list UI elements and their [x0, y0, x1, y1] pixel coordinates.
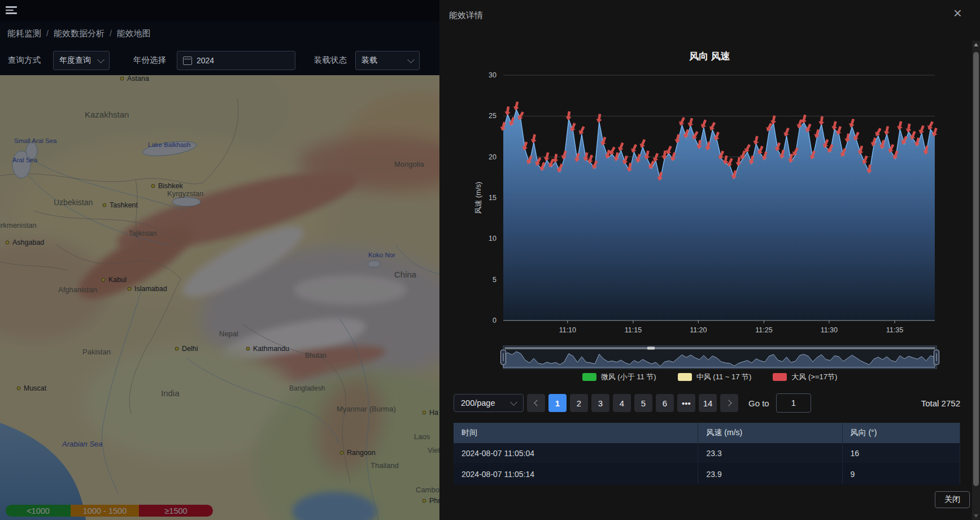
x-tick-label: 11:20 — [690, 326, 707, 334]
scroll-up-icon[interactable] — [974, 43, 978, 46]
breadcrumb-item[interactable]: 能耗监测 — [7, 28, 41, 39]
legend-label: 大风 (>=17节) — [791, 372, 837, 382]
chart-legend-item[interactable]: 微风 (小于 11 节) — [582, 372, 656, 382]
left-region: 能耗监测/能效数据分析/能效地图 查询方式 年度查询 年份选择 2024 装载状… — [0, 0, 439, 520]
year-value: 2024 — [197, 56, 214, 65]
chart-legend-item[interactable]: 大风 (>=17节) — [773, 372, 837, 382]
chart-legend-item[interactable]: 中风 (11 ~ 17 节) — [678, 372, 752, 382]
page-button[interactable]: 3 — [591, 394, 609, 412]
total-count: Total 2752 — [921, 398, 960, 408]
page-size-select[interactable]: 200/page — [454, 394, 524, 412]
breadcrumb: 能耗监测/能效数据分析/能效地图 — [0, 21, 439, 45]
breadcrumb-separator: / — [46, 29, 49, 38]
table-cell: 16 — [842, 443, 960, 464]
panel-title: 能效详情 — [449, 10, 483, 21]
pagination: 200/page 123456•••14 Go to Total 2752 — [439, 393, 980, 413]
table-row: 2024-08-07 11:05:0423.316 — [454, 443, 960, 464]
scrollbar-thumb[interactable] — [973, 52, 979, 486]
legend-swatch — [678, 373, 692, 381]
wind-direction-arrow — [831, 121, 839, 131]
query-mode-label: 查询方式 — [8, 55, 41, 66]
data-table: 时间风速 (m/s)风向 (°) 2024-08-07 11:05:0423.3… — [454, 423, 960, 485]
page-button[interactable]: 2 — [570, 394, 588, 412]
y-tick-label: 20 — [489, 153, 496, 161]
x-tick-label: 11:30 — [821, 326, 838, 334]
calendar-icon — [183, 57, 192, 65]
page-size-value: 200/page — [461, 398, 495, 408]
datazoom-rail[interactable] — [504, 347, 935, 349]
table-cell: 9 — [842, 464, 960, 485]
wind-chart[interactable]: 051015202530风速 (m/s)11:1011:1511:2011:25… — [439, 45, 980, 384]
modal-backdrop — [0, 75, 439, 520]
table-row: 2024-08-07 11:05:1423.99 — [454, 464, 960, 485]
goto-label: Go to — [748, 398, 769, 408]
year-date-input[interactable]: 2024 — [177, 51, 295, 70]
y-axis-name: 风速 (m/s) — [474, 182, 482, 214]
legend-swatch — [773, 373, 787, 381]
legend-label: 微风 (小于 11 节) — [601, 372, 656, 382]
wind-direction-arrow — [530, 134, 537, 144]
query-mode-select[interactable]: 年度查询 — [53, 51, 110, 70]
wind-direction-arrow — [595, 114, 603, 123]
scrollbar[interactable] — [972, 41, 980, 520]
query-mode-value: 年度查询 — [59, 55, 91, 66]
table-header-cell: 风向 (°) — [842, 423, 960, 443]
legend-swatch — [582, 373, 596, 381]
y-tick-label: 10 — [489, 235, 496, 242]
load-state-select[interactable]: 装载 — [355, 51, 420, 70]
filter-bar: 查询方式 年度查询 年份选择 2024 装载状态 装载 — [0, 45, 439, 75]
screen: 能耗监测/能效数据分析/能效地图 查询方式 年度查询 年份选择 2024 装载状… — [0, 0, 980, 520]
wind-direction-arrow — [905, 123, 912, 133]
wind-direction-arrow — [883, 125, 890, 136]
load-state-value: 装载 — [361, 55, 377, 66]
breadcrumb-item: 能效地图 — [117, 28, 151, 39]
page-ellipsis[interactable]: ••• — [677, 394, 695, 412]
y-tick-label: 0 — [493, 317, 496, 324]
goto-page-input[interactable] — [776, 393, 811, 413]
y-tick-label: 30 — [489, 71, 496, 79]
page-button[interactable]: 6 — [656, 394, 674, 412]
chevron-down-icon — [97, 56, 104, 63]
y-tick-label: 15 — [489, 194, 496, 202]
x-tick-label: 11:15 — [625, 326, 642, 334]
x-tick-label: 11:35 — [886, 326, 903, 334]
scroll-down-icon[interactable] — [974, 514, 978, 518]
y-tick-label: 5 — [493, 276, 496, 284]
wind-direction-arrow — [818, 116, 825, 125]
area-fill — [503, 110, 935, 320]
wind-direction-arrow — [504, 106, 511, 116]
app-topbar — [0, 0, 439, 21]
wind-direction-arrow — [752, 136, 760, 146]
chart-legend: 微风 (小于 11 节)中风 (11 ~ 17 节)大风 (>=17节) — [439, 372, 980, 382]
table-cell: 23.3 — [698, 443, 842, 464]
x-tick-label: 11:25 — [755, 326, 772, 334]
table-header-cell: 时间 — [454, 423, 698, 443]
table-cell: 2024-08-07 11:05:04 — [454, 443, 698, 464]
y-tick-label: 25 — [489, 112, 496, 120]
page-button[interactable]: 1 — [548, 394, 567, 412]
breadcrumb-item[interactable]: 能效数据分析 — [54, 28, 104, 39]
year-select-label: 年份选择 — [133, 55, 166, 66]
table-cell: 23.9 — [698, 464, 842, 485]
menu-icon[interactable] — [6, 6, 17, 15]
chevron-down-icon — [510, 398, 517, 406]
page-button[interactable]: 4 — [613, 394, 631, 412]
table-header-cell: 风速 (m/s) — [698, 423, 842, 443]
table-cell: 2024-08-07 11:05:14 — [454, 464, 698, 485]
close-icon[interactable]: × — [953, 6, 962, 20]
x-tick-label: 11:10 — [559, 326, 576, 334]
legend-label: 中风 (11 ~ 17 节) — [696, 372, 752, 382]
prev-page-button[interactable] — [527, 394, 545, 412]
chevron-down-icon — [407, 56, 415, 63]
breadcrumb-separator: / — [110, 29, 112, 38]
detail-panel: 能效详情 × 风向 风速 051015202530风速 (m/s)11:1011… — [439, 0, 980, 520]
next-page-button[interactable] — [720, 394, 738, 412]
datazoom-grip[interactable] — [647, 347, 655, 350]
close-button[interactable]: 关闭 — [935, 491, 970, 508]
load-state-label: 装载状态 — [314, 55, 347, 66]
page-button[interactable]: 5 — [634, 394, 652, 412]
page-button[interactable]: 14 — [699, 394, 717, 412]
